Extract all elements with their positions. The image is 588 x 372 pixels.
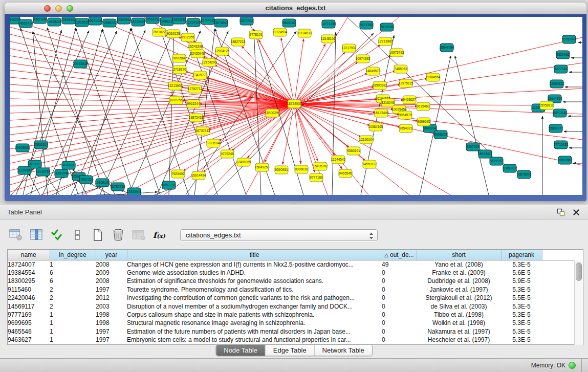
cell-short[interactable]: de Silva et al. (2003): [417, 302, 501, 311]
cell-out_degree[interactable]: 0: [382, 311, 417, 319]
graph-node[interactable]: 12923448: [127, 188, 142, 195]
cell-title[interactable]: Genome-wide association studies in ADHD.: [127, 269, 382, 277]
table-scrollbar[interactable]: [574, 260, 583, 345]
table-row[interactable]: 1830029562008Estimation of significance …: [8, 277, 574, 285]
graph-node[interactable]: 1810755: [169, 96, 183, 104]
graph-node[interactable]: 10958107: [95, 179, 110, 187]
table-row[interactable]: 1938455462009Genome-wide association stu…: [8, 269, 574, 277]
table-scrollbar-thumb[interactable]: [576, 262, 582, 281]
graph-node[interactable]: 9679197: [490, 157, 503, 165]
graph-node[interactable]: 15958112: [539, 101, 554, 110]
cell-title[interactable]: Estimation of the future numbers of pati…: [127, 327, 382, 336]
cell-name[interactable]: 9463627: [8, 336, 50, 344]
graph-node[interactable]: 10364165: [368, 123, 383, 131]
graph-node[interactable]: 8996030: [295, 165, 308, 173]
cell-short[interactable]: Nakamura et al. (1997): [417, 327, 501, 336]
graph-node[interactable]: 11451944: [54, 169, 69, 178]
graph-node[interactable]: 17957253: [79, 176, 94, 184]
graph-node[interactable]: 9671385: [360, 21, 373, 29]
graph-node[interactable]: 9227342: [554, 65, 568, 73]
cell-in_degree[interactable]: 1: [50, 336, 96, 344]
graph-node[interactable]: 9854579: [399, 111, 412, 119]
graph-node[interactable]: 9465546: [339, 169, 352, 178]
cell-pagerank[interactable]: 5.3E-5: [501, 336, 542, 344]
cell-in_degree[interactable]: 1: [50, 260, 96, 269]
graph-node[interactable]: 11016533: [75, 18, 90, 27]
cell-name[interactable]: 9465546: [8, 327, 50, 336]
graph-node[interactable]: 16914411: [478, 150, 493, 158]
memory-status-indicator[interactable]: [569, 362, 576, 369]
cell-short[interactable]: Wolkin et al. (1998): [417, 319, 501, 327]
graph-node[interactable]: 10973493: [389, 49, 404, 57]
graph-node[interactable]: 12217937: [342, 44, 357, 52]
graph-node[interactable]: 7485063: [394, 65, 407, 73]
cell-pagerank[interactable]: 5.3E-5: [501, 319, 542, 327]
cell-year[interactable]: 1997: [96, 327, 127, 336]
graph-node[interactable]: 9529966: [556, 51, 570, 59]
graph-node[interactable]: 11156889: [17, 166, 32, 174]
cell-in_degree[interactable]: 2: [50, 294, 96, 302]
graph-node[interactable]: 9466163: [282, 19, 296, 27]
graph-node[interactable]: 9463627: [403, 96, 416, 104]
graph-node[interactable]: 12093822: [550, 80, 564, 88]
cell-short[interactable]: Dudbridge et al. (2008): [417, 277, 501, 285]
table-selector[interactable]: citations_edges.txt: [180, 229, 378, 241]
graph-node[interactable]: 10974393: [356, 55, 371, 63]
column-header-out_degree[interactable]: △out_de...: [382, 250, 417, 260]
cell-pagerank[interactable]: 5.9E-5: [501, 277, 542, 285]
network-canvas[interactable]: 2316620914055714205533461956534410634502…: [10, 17, 582, 195]
cell-year[interactable]: 2008: [96, 260, 127, 269]
cell-name[interactable]: 9115460: [8, 286, 50, 294]
cell-out_degree[interactable]: 0: [382, 336, 417, 344]
cell-name[interactable]: 18300295: [8, 277, 50, 285]
cell-out_degree[interactable]: 0: [382, 277, 417, 285]
cell-name[interactable]: 18724007: [8, 260, 50, 269]
cell-out_degree[interactable]: 49: [382, 260, 417, 269]
tab-node-table[interactable]: Node Table: [216, 345, 265, 356]
graph-node[interactable]: 12752712: [188, 85, 203, 93]
graph-node[interactable]: 10975887: [61, 161, 76, 169]
graph-node[interactable]: 7615526: [380, 23, 394, 31]
table-row[interactable]: 969969511998Structural magnetic resonanc…: [8, 319, 574, 327]
graph-node[interactable]: 12213903: [168, 82, 183, 90]
cell-short[interactable]: Jankovic et al. (1997): [417, 286, 501, 294]
graph-node[interactable]: 18724007: [287, 100, 302, 108]
cell-in_degree[interactable]: 1: [50, 311, 96, 319]
cell-in_degree[interactable]: 2: [50, 302, 96, 311]
float-panel-button[interactable]: [556, 208, 565, 217]
table-row[interactable]: 1456911722003Disruption of a novel membe…: [8, 302, 574, 311]
cell-pagerank[interactable]: 5.3E-5: [501, 302, 542, 311]
cell-title[interactable]: Changes of HCN gene expression and I(f) …: [127, 260, 382, 269]
graph-node[interactable]: 19384554: [426, 73, 441, 81]
table-row[interactable]: 946554611997Estimation of the future num…: [8, 327, 574, 336]
cell-title[interactable]: Corpus callosum shape and size in male p…: [127, 311, 382, 319]
cell-year[interactable]: 1998: [96, 311, 127, 319]
graph-node[interactable]: 9590951: [275, 166, 288, 174]
graph-node[interactable]: 18300295: [265, 109, 280, 117]
cell-pagerank[interactable]: 5.5E-5: [501, 294, 542, 302]
graph-node[interactable]: 13425773: [193, 71, 208, 79]
cell-year[interactable]: 1997: [96, 336, 127, 344]
column-header-year[interactable]: year: [96, 250, 127, 260]
new-column-button[interactable]: [89, 226, 106, 244]
graph-node[interactable]: 10653287: [172, 17, 187, 24]
cell-title[interactable]: Investigating the contribution of common…: [127, 294, 382, 302]
graph-node[interactable]: 19565344: [47, 18, 62, 26]
graph-node[interactable]: 16648784: [440, 43, 454, 52]
cell-pagerank[interactable]: 5.3E-5: [501, 311, 542, 319]
graph-node[interactable]: 10369862: [117, 17, 132, 24]
graph-node[interactable]: 9115460: [417, 102, 430, 111]
graph-node[interactable]: 12450122: [503, 164, 517, 172]
table-row[interactable]: 946362711997Embryonic stem cells: a mode…: [8, 336, 574, 344]
network-window-titlebar[interactable]: citations_edges.txt: [5, 3, 586, 14]
graph-node[interactable]: 12213987: [378, 37, 393, 46]
cell-out_degree[interactable]: 0: [382, 269, 417, 277]
cell-year[interactable]: 2009: [96, 269, 127, 277]
graph-node[interactable]: 9467919: [466, 143, 480, 151]
graph-node[interactable]: 8216049: [381, 99, 395, 107]
graph-node[interactable]: 9962244: [187, 100, 200, 108]
cell-short[interactable]: Stergiakouli et al. (2012): [417, 294, 501, 302]
cell-in_degree[interactable]: 6: [50, 277, 96, 285]
cell-out_degree[interactable]: 0: [382, 294, 417, 302]
select-all-button[interactable]: [48, 226, 66, 244]
